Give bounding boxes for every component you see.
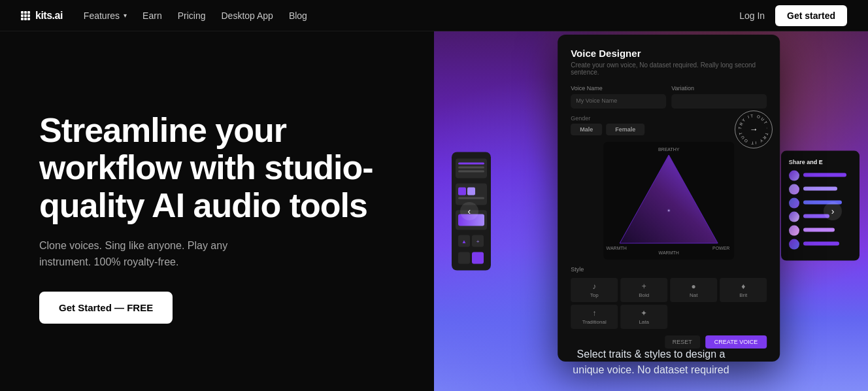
hero-subtitle: Clone voices. Sing like anyone. Play any… [39, 237, 275, 271]
try-badge-svg: TRY IT OUT · TRY IT OUT · → [735, 110, 772, 148]
plus-icon: + [476, 238, 480, 244]
control-btn-active[interactable] [472, 252, 484, 264]
get-started-nav-button[interactable]: Get started [775, 5, 847, 26]
vd-name-input[interactable]: My Voice Name [571, 94, 666, 109]
vd-variation-field: Variation [671, 85, 767, 109]
avatar-2 [789, 184, 799, 195]
triangle-visualization: BREATHY POWER WARMTH WARMTH [603, 142, 734, 260]
avatar-6 [789, 239, 799, 250]
hero-title: Streamline your workflow with studio-qua… [39, 112, 408, 224]
diamond-icon: ♦ [722, 282, 764, 291]
star-icon: ✦ [623, 309, 665, 318]
share-item-2 [789, 184, 852, 195]
nav-pricing[interactable]: Pricing [178, 10, 206, 21]
vd-style-grid: ♪ Top + Bold ● Nat ♦ Brit [571, 278, 767, 329]
logo-text: kits.ai [35, 10, 63, 22]
svg-text:WARMTH: WARMTH [659, 250, 679, 255]
share-item-6 [789, 239, 852, 250]
main-content: Streamline your workflow with studio-qua… [0, 31, 868, 391]
plus-icon: + [623, 282, 665, 291]
vd-variation-input[interactable] [671, 94, 767, 109]
svg-point-2 [666, 208, 671, 213]
vd-name-row: Voice Name My Voice Name Variation [571, 85, 767, 109]
panel-bar [458, 171, 484, 173]
style-item-brit[interactable]: ♦ Brit [720, 278, 767, 302]
chevron-down-icon: ▾ [124, 12, 127, 19]
style-item-traditional[interactable]: ↑ Traditional [571, 305, 618, 329]
color-swatch [467, 188, 475, 196]
nav-desktop-app[interactable]: Desktop App [221, 10, 273, 21]
mockup-container: ▲ + Voice Designer Create your own voice… [434, 31, 868, 391]
avatar-1 [789, 171, 799, 181]
vd-variation-label: Variation [671, 85, 767, 92]
grid-cell [21, 11, 24, 14]
vd-name-label: Voice Name [571, 85, 666, 92]
vd-voice-name-field: Voice Name My Voice Name [571, 85, 666, 109]
vd-style-label: Style [571, 266, 767, 273]
control-btn[interactable]: + [472, 235, 484, 247]
grid-cell [21, 18, 24, 20]
nav-right: Log In Get started [739, 5, 847, 26]
panel-bar [458, 167, 484, 169]
logo[interactable]: kits.ai [21, 10, 63, 22]
bar-6 [803, 241, 840, 245]
svg-text:POWER: POWER [712, 246, 729, 250]
plus-icon: ▲ [461, 238, 467, 244]
chevron-right-icon: › [831, 206, 835, 216]
svg-text:→: → [749, 124, 758, 134]
grid-cell [27, 18, 30, 20]
grid-cell [24, 14, 27, 17]
panel-bar [458, 197, 484, 199]
arrow-icon: ↑ [573, 309, 615, 318]
chevron-left-icon: ‹ [467, 206, 471, 216]
gender-male-btn[interactable]: Male [571, 124, 602, 135]
nav-features[interactable]: Features ▾ [84, 10, 127, 21]
try-it-out-badge[interactable]: TRY IT OUT · TRY IT OUT · → [735, 110, 773, 148]
logo-grid-icon [21, 11, 30, 20]
share-card-title: Share and E [789, 159, 852, 165]
vd-card-title: Voice Designer [571, 48, 767, 59]
grid-cell [21, 14, 24, 17]
share-card: Share and E [781, 151, 860, 261]
svg-text:WARMTH: WARMTH [607, 246, 627, 250]
style-item-top[interactable]: ♪ Top [571, 278, 618, 302]
triangle-svg: BREATHY POWER WARMTH WARMTH [603, 142, 734, 260]
control-btn[interactable]: ▲ [458, 235, 470, 247]
svg-text:BREATHY: BREATHY [658, 147, 680, 152]
share-bars [803, 228, 852, 233]
avatar-5 [789, 226, 799, 236]
share-item-3 [789, 198, 852, 209]
panel-controls: ▲ + [456, 235, 487, 247]
panel-item [456, 159, 487, 178]
circle-icon: ● [673, 282, 714, 291]
avatar-4 [789, 212, 799, 222]
bar-5 [803, 228, 835, 231]
grid-cell [27, 14, 30, 17]
hero-cta-button[interactable]: Get Started — FREE [39, 292, 173, 324]
share-bars [803, 241, 852, 247]
style-item-nat[interactable]: ● Nat [670, 278, 717, 302]
color-swatch [458, 188, 466, 196]
hero-section: Streamline your workflow with studio-qua… [0, 31, 434, 391]
caption-line-1: Select traits & styles to design a [434, 347, 868, 362]
style-item-lata[interactable]: ✦ Lata [620, 305, 667, 329]
panel-controls-2 [456, 252, 487, 264]
share-item-5 [789, 226, 852, 236]
bar-2 [803, 186, 837, 190]
nav-blog[interactable]: Blog [289, 10, 307, 21]
share-bars [803, 173, 852, 178]
style-item-bold[interactable]: + Bold [620, 278, 667, 302]
demo-section: ▲ + Voice Designer Create your own voice… [434, 31, 868, 391]
bar-1 [803, 173, 847, 177]
control-btn[interactable] [458, 252, 470, 264]
gender-female-btn[interactable]: Female [606, 124, 644, 135]
carousel-next-button[interactable]: › [824, 202, 842, 220]
music-icon: ♪ [573, 282, 615, 291]
vd-card-subtitle: Create your own voice, No dataset requir… [571, 61, 767, 76]
nav-earn[interactable]: Earn [142, 10, 162, 21]
voice-designer-card: Voice Designer Create your own voice, No… [558, 35, 780, 362]
panel-bar [458, 163, 484, 165]
login-link[interactable]: Log In [739, 10, 765, 21]
share-item-1 [789, 171, 852, 181]
carousel-prev-button[interactable]: ‹ [460, 202, 478, 220]
